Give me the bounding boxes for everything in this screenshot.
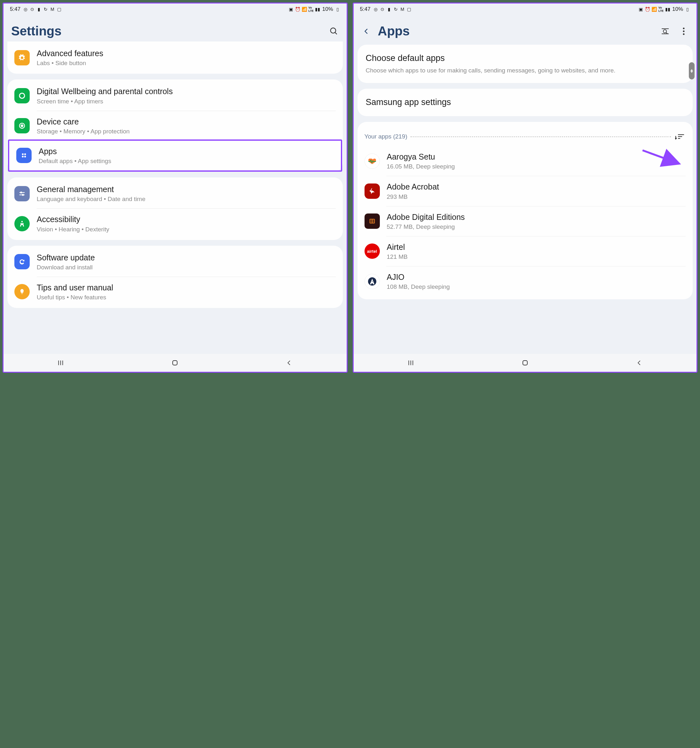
svg-rect-36 bbox=[523, 360, 527, 365]
samsung-settings-card[interactable]: Samsung app settings bbox=[358, 89, 693, 116]
app-name: Airtel bbox=[387, 242, 686, 252]
page-title: Apps bbox=[378, 24, 410, 38]
svg-point-6 bbox=[24, 154, 26, 155]
item-title: Digital Wellbeing and parental controls bbox=[37, 87, 336, 96]
filter-search-icon[interactable] bbox=[660, 26, 670, 36]
back-button[interactable] bbox=[627, 356, 652, 369]
samsung-settings-title: Samsung app settings bbox=[366, 97, 685, 108]
item-subtitle: Default apps • App settings bbox=[39, 158, 334, 165]
scroll-handle[interactable] bbox=[689, 62, 695, 79]
back-button[interactable] bbox=[277, 356, 302, 369]
settings-item-general-management[interactable]: General management Language and keyboard… bbox=[8, 179, 343, 208]
status-system-icons: ▣⏰📶VoLTE▮▮ bbox=[638, 7, 670, 12]
your-apps-header: Your apps (219) bbox=[358, 123, 693, 146]
settings-card: Software update Download and install Tip… bbox=[8, 246, 343, 308]
app-sub: 52.77 MB, Deep sleeping bbox=[387, 223, 686, 230]
status-battery: 10% bbox=[322, 6, 333, 12]
settings-card: General management Language and keyboard… bbox=[8, 178, 343, 240]
default-apps-subtitle: Choose which apps to use for making call… bbox=[366, 66, 685, 75]
svg-line-1 bbox=[335, 32, 337, 34]
app-icon-ajio bbox=[365, 274, 380, 289]
status-time: 5:47 bbox=[360, 6, 371, 12]
default-apps-card[interactable]: Choose default apps Choose which apps to… bbox=[358, 45, 693, 83]
item-title: Tips and user manual bbox=[37, 283, 336, 293]
your-apps-card: Your apps (219) Aarogya Setu 16.05 MB, D… bbox=[358, 122, 693, 300]
svg-point-2 bbox=[20, 93, 24, 98]
item-title: Software update bbox=[37, 253, 336, 263]
settings-item-tips[interactable]: Tips and user manual Useful tips • New f… bbox=[8, 277, 343, 307]
settings-item-software-update[interactable]: Software update Download and install bbox=[8, 247, 343, 277]
navigation-bar bbox=[354, 354, 697, 372]
tips-icon bbox=[14, 284, 30, 300]
app-icon-acrobat bbox=[365, 184, 380, 199]
app-item-adobe-acrobat[interactable]: Adobe Acrobat 293 MB bbox=[358, 176, 693, 206]
home-button[interactable] bbox=[162, 356, 188, 369]
app-name: Adobe Acrobat bbox=[387, 182, 686, 192]
status-system-icons: ▣⏰📶VoLTE▮▮ bbox=[288, 7, 320, 12]
search-icon[interactable] bbox=[329, 26, 339, 36]
apps-icon bbox=[16, 148, 32, 163]
settings-item-apps[interactable]: Apps Default apps • App settings bbox=[9, 141, 341, 170]
app-name: AJIO bbox=[387, 272, 686, 282]
update-icon bbox=[14, 254, 30, 269]
recent-apps-button[interactable] bbox=[48, 356, 73, 369]
app-item-adobe-digital-editions[interactable]: Adobe Digital Editions 52.77 MB, Deep sl… bbox=[358, 207, 693, 236]
app-sub: 293 MB bbox=[387, 193, 686, 201]
apps-header: Apps bbox=[354, 15, 697, 45]
phone-settings-screen: 5:47 ◎⊙▮↻M▢ ▣⏰📶VoLTE▮▮ 10% ▯ Settings Ad… bbox=[3, 3, 348, 373]
settings-header: Settings bbox=[3, 15, 347, 45]
svg-point-24 bbox=[683, 33, 685, 35]
status-bar: 5:47 ◎⊙▮↻M▢ ▣⏰📶VoLTE▮▮ 10% ▯ bbox=[354, 3, 697, 15]
svg-point-8 bbox=[24, 156, 26, 158]
navigation-bar bbox=[3, 354, 347, 372]
back-icon[interactable] bbox=[361, 26, 371, 36]
item-subtitle: Language and keyboard • Date and time bbox=[37, 196, 336, 203]
settings-item-advanced-features[interactable]: Advanced features Labs • Side button bbox=[8, 43, 343, 73]
app-name: Adobe Digital Editions bbox=[387, 212, 686, 222]
page-title: Settings bbox=[11, 24, 62, 38]
svg-point-22 bbox=[683, 27, 685, 29]
settings-card: Advanced features Labs • Side button bbox=[8, 41, 343, 74]
wellbeing-icon bbox=[14, 88, 30, 103]
home-button[interactable] bbox=[512, 356, 538, 369]
your-apps-label: Your apps (219) bbox=[365, 133, 408, 140]
svg-point-5 bbox=[22, 154, 24, 155]
item-title: General management bbox=[37, 184, 336, 195]
svg-point-7 bbox=[22, 156, 24, 158]
highlight-annotation: Apps Default apps • App settings bbox=[8, 140, 342, 172]
app-item-aarogya-setu[interactable]: Aarogya Setu 16.05 MB, Deep sleeping bbox=[358, 146, 693, 176]
recent-apps-button[interactable] bbox=[398, 356, 423, 369]
item-title: Apps bbox=[39, 146, 334, 157]
app-name: Aarogya Setu bbox=[387, 152, 686, 162]
app-item-airtel[interactable]: airtel Airtel 121 MB bbox=[358, 236, 693, 266]
svg-point-10 bbox=[20, 192, 22, 193]
svg-point-20 bbox=[663, 30, 667, 33]
status-battery: 10% bbox=[672, 6, 683, 12]
settings-item-accessibility[interactable]: Accessibility Vision • Hearing • Dexteri… bbox=[8, 209, 343, 239]
item-subtitle: Labs • Side button bbox=[37, 60, 336, 67]
status-bar: 5:47 ◎⊙▮↻M▢ ▣⏰📶VoLTE▮▮ 10% ▯ bbox=[3, 3, 347, 15]
settings-item-device-care[interactable]: Device care Storage • Memory • App prote… bbox=[8, 111, 343, 141]
svg-point-31 bbox=[368, 277, 376, 286]
item-subtitle: Vision • Hearing • Dexterity bbox=[37, 226, 336, 233]
app-icon-ade bbox=[365, 213, 380, 229]
app-icon-aarogya bbox=[365, 154, 380, 169]
sort-icon[interactable] bbox=[674, 131, 686, 142]
item-title: Accessibility bbox=[37, 214, 336, 224]
phone-apps-screen: 5:47 ◎⊙▮↻M▢ ▣⏰📶VoLTE▮▮ 10% ▯ Apps bbox=[353, 3, 698, 373]
status-notification-icons: ◎⊙▮↻M▢ bbox=[373, 7, 412, 12]
battery-icon: ▯ bbox=[685, 7, 690, 12]
item-subtitle: Storage • Memory • App protection bbox=[37, 128, 336, 135]
item-subtitle: Useful tips • New features bbox=[37, 294, 336, 301]
item-title: Device care bbox=[37, 117, 336, 127]
gear-icon bbox=[14, 50, 30, 65]
status-notification-icons: ◎⊙▮↻M▢ bbox=[23, 7, 62, 12]
more-options-icon[interactable] bbox=[679, 26, 689, 36]
settings-item-digital-wellbeing[interactable]: Digital Wellbeing and parental controls … bbox=[8, 81, 343, 110]
sliders-icon bbox=[14, 186, 30, 201]
svg-point-4 bbox=[21, 125, 23, 127]
svg-point-12 bbox=[22, 194, 24, 195]
app-item-ajio[interactable]: AJIO 108 MB, Deep sleeping bbox=[358, 266, 693, 296]
svg-point-0 bbox=[330, 28, 335, 33]
app-icon-airtel: airtel bbox=[365, 243, 380, 259]
